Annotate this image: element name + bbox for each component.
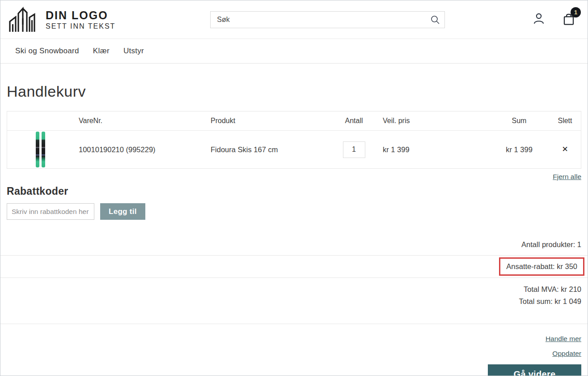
summary-divider (0, 278, 588, 278)
summary-divider (0, 324, 588, 324)
row-sum: kr 1 399 (489, 145, 549, 154)
delete-item-icon[interactable]: ✕ (562, 145, 568, 154)
discount-section-title: Rabattkoder (7, 185, 581, 197)
search-bar (210, 11, 445, 28)
cart-table-row: 10010190210 (995229) Fidoura Skis 167 cm… (7, 131, 581, 168)
nav-item-ski-og-snowboard[interactable]: Ski og Snowboard (15, 47, 79, 56)
quantity-input[interactable] (343, 141, 365, 158)
order-summary: Antall produkter: 1 Ansatte-rabatt: kr 3… (7, 238, 581, 324)
add-discount-button[interactable]: Legg til (100, 203, 145, 220)
search-input[interactable] (210, 11, 445, 28)
total-sum-text: Total sum: kr 1 049 (7, 295, 581, 308)
logo-text: DIN LOGO SETT INN TEKST (46, 9, 115, 30)
proceed-row: Gå videre (7, 364, 581, 376)
nav-item-utstyr[interactable]: Utstyr (123, 47, 144, 56)
logo-title: DIN LOGO (46, 9, 115, 22)
remove-all-row: Fjern alle (7, 173, 581, 181)
main-content: Handlekurv VareNr. Produkt Antall Veil. … (0, 83, 588, 376)
row-varenr: 10010190210 (995229) (73, 145, 205, 154)
product-thumbnail[interactable] (7, 132, 73, 167)
total-vat-text: Total MVA: kr 210 (7, 283, 581, 295)
store-logo[interactable]: DIN LOGO SETT INN TEKST (7, 7, 115, 33)
skis-product-image (36, 132, 45, 167)
logo-subtitle: SETT INN TEKST (46, 22, 115, 30)
page-title: Handlekurv (7, 83, 581, 100)
row-delete-cell: ✕ (549, 145, 581, 154)
col-veil-pris: Veil. pris (377, 117, 489, 125)
col-sum: Sum (489, 117, 549, 125)
buildings-logo-icon (7, 7, 39, 33)
col-produkt: Produkt (205, 117, 330, 125)
product-count-text: Antall produkter: 1 (7, 238, 581, 255)
col-slett: Slett (549, 117, 581, 125)
totals-block: Total MVA: kr 210 Total sum: kr 1 049 (7, 279, 581, 314)
cart-badge: 1 (571, 7, 581, 17)
proceed-button[interactable]: Gå videre (488, 364, 581, 376)
discount-code-input[interactable] (7, 203, 94, 220)
row-produkt: Fidoura Skis 167 cm (205, 145, 330, 154)
cart-table-header: VareNr. Produkt Antall Veil. pris Sum Sl… (7, 111, 581, 131)
row-veil-pris: kr 1 399 (377, 145, 489, 154)
header: DIN LOGO SETT INN TEKST (0, 0, 588, 38)
cart-page: DIN LOGO SETT INN TEKST (0, 0, 588, 376)
shop-more-link[interactable]: Handle mer (546, 335, 581, 342)
nav-item-klaer[interactable]: Klær (93, 47, 110, 56)
search-icon[interactable] (430, 14, 440, 27)
col-varenr: VareNr. (73, 117, 205, 125)
update-cart-link[interactable]: Oppdater (552, 350, 581, 357)
main-nav: Ski og Snowboard Klær Utstyr (0, 38, 588, 64)
cart-action-links: Handle mer Oppdater (7, 335, 581, 358)
col-antall: Antall (330, 117, 377, 125)
employee-discount-text: Ansatte-rabatt: kr 350 (506, 262, 577, 270)
employee-discount-highlight-box: Ansatte-rabatt: kr 350 (499, 257, 584, 276)
row-antall-cell (330, 141, 377, 158)
header-icons: 1 (532, 12, 576, 28)
user-account-icon[interactable] (532, 12, 546, 27)
employee-discount-row: Ansatte-rabatt: kr 350 (7, 256, 581, 278)
cart-table: VareNr. Produkt Antall Veil. pris Sum Sl… (7, 111, 581, 169)
discount-row: Legg til (7, 203, 581, 220)
cart-button[interactable]: 1 (562, 12, 576, 28)
remove-all-link[interactable]: Fjern alle (553, 173, 581, 180)
